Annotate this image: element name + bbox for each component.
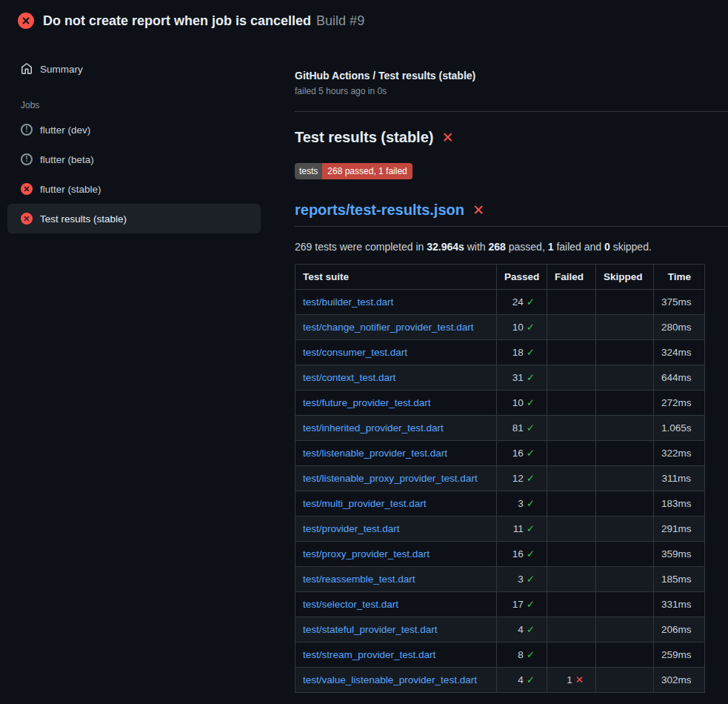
- check-icon: ✓: [527, 448, 535, 459]
- passed-cell: 3✓: [497, 567, 547, 592]
- passed-cell: 18✓: [497, 340, 547, 365]
- passed-cell: 31✓: [497, 365, 547, 391]
- passed-cell: 4✓: [497, 617, 547, 642]
- suite-cell: test/consumer_test.dart: [295, 340, 497, 365]
- suite-link[interactable]: test/listenable_proxy_provider_test.dart: [303, 473, 478, 484]
- home-icon: [21, 63, 33, 75]
- check-icon: ✓: [527, 548, 535, 559]
- table-row: test/stream_provider_test.dart 8✓ 259ms: [295, 642, 705, 668]
- time-value: 1.065s: [661, 422, 692, 434]
- skipped-cell: [596, 567, 654, 592]
- suite-link[interactable]: test/selector_test.dart: [303, 599, 398, 610]
- suite-link[interactable]: test/provider_test.dart: [303, 523, 400, 534]
- sidebar-item-flutter-stable[interactable]: flutter (stable): [7, 174, 261, 204]
- sidebar-item-summary[interactable]: Summary: [7, 54, 261, 84]
- suite-cell: test/context_test.dart: [295, 365, 497, 391]
- summary-text: skipped.: [610, 241, 652, 253]
- suite-link[interactable]: test/stream_provider_test.dart: [303, 649, 435, 660]
- suite-link[interactable]: test/consumer_test.dart: [303, 347, 407, 358]
- passed-cell: 16✓: [497, 441, 547, 466]
- suite-cell: test/inherited_provider_test.dart: [295, 416, 497, 441]
- results-table-body: test/builder_test.dart 24✓ 375ms test/ch…: [295, 290, 705, 693]
- time-cell: 183ms: [654, 491, 705, 517]
- table-row: test/multi_provider_test.dart 3✓ 183ms: [295, 491, 705, 517]
- suite-link[interactable]: test/value_listenable_provider_test.dart: [303, 674, 477, 685]
- suite-link[interactable]: test/listenable_provider_test.dart: [303, 448, 447, 459]
- failed-cell: [547, 491, 596, 517]
- results-table: Test suite Passed Failed Skipped Time te…: [295, 264, 705, 693]
- table-row: test/consumer_test.dart 18✓ 324ms: [295, 340, 705, 365]
- skipped-cell: [596, 290, 654, 315]
- main-content: GitHub Actions / Test results (stable) f…: [261, 41, 728, 693]
- skipped-cell: [596, 416, 654, 441]
- passed-count: 3: [518, 574, 524, 585]
- sidebar-item-test-results-stable[interactable]: Test results (stable): [7, 204, 261, 233]
- suite-cell: test/listenable_provider_test.dart: [295, 441, 497, 466]
- page-title: Do not create report when job is cancell…: [43, 13, 364, 29]
- time-cell: 322ms: [654, 441, 705, 466]
- summary-duration: 32.964s: [427, 241, 464, 253]
- passed-count: 24: [512, 296, 524, 308]
- passed-cell: 10✓: [497, 391, 547, 416]
- col-header-passed: Passed: [497, 265, 547, 290]
- time-value: 359ms: [661, 548, 692, 559]
- time-cell: 206ms: [654, 617, 705, 642]
- table-row: test/change_notifier_provider_test.dart …: [295, 315, 705, 340]
- passed-count: 16: [512, 448, 524, 459]
- summary-passed-count: 268: [489, 241, 506, 253]
- time-cell: 324ms: [654, 340, 705, 365]
- table-row: test/future_provider_test.dart 10✓ 272ms: [295, 391, 705, 416]
- suite-link[interactable]: test/proxy_provider_test.dart: [303, 548, 430, 559]
- suite-cell: test/listenable_proxy_provider_test.dart: [295, 466, 497, 491]
- table-row: test/listenable_proxy_provider_test.dart…: [295, 466, 705, 491]
- suite-link[interactable]: test/builder_test.dart: [303, 296, 393, 308]
- suite-link[interactable]: test/reassemble_test.dart: [303, 574, 415, 585]
- passed-count: 16: [512, 548, 524, 559]
- check-icon: ✓: [527, 347, 535, 358]
- summary-text: passed,: [506, 241, 548, 253]
- suite-link[interactable]: test/multi_provider_test.dart: [303, 498, 427, 509]
- jobs-section-label: Jobs: [21, 100, 261, 110]
- passed-count: 12: [512, 473, 524, 484]
- suite-link[interactable]: test/stateful_provider_test.dart: [303, 624, 438, 635]
- check-icon: ✓: [527, 574, 535, 585]
- suite-link[interactable]: test/change_notifier_provider_test.dart: [303, 322, 473, 333]
- section-title: Test results (stable) ✕: [295, 129, 728, 146]
- check-icon: ✓: [527, 322, 535, 333]
- suite-link[interactable]: test/future_provider_test.dart: [303, 397, 431, 408]
- passed-count: 10: [512, 322, 524, 333]
- table-row: test/proxy_provider_test.dart 16✓ 359ms: [295, 542, 705, 567]
- failed-cell: [547, 340, 596, 365]
- table-row: test/value_listenable_provider_test.dart…: [295, 668, 705, 693]
- failed-cell: [547, 290, 596, 315]
- passed-count: 17: [512, 599, 524, 610]
- suite-cell: test/stateful_provider_test.dart: [295, 617, 497, 642]
- time-value: 311ms: [661, 473, 691, 484]
- skipped-cell: [596, 668, 654, 693]
- passed-count: 81: [512, 422, 524, 434]
- skipped-cell: [596, 391, 654, 416]
- breadcrumb: GitHub Actions / Test results (stable): [295, 70, 728, 82]
- skipped-cell: [596, 441, 654, 466]
- report-file-link[interactable]: reports/test-results.json: [295, 202, 464, 219]
- passed-cell: 11✓: [497, 517, 547, 542]
- suite-link[interactable]: test/inherited_provider_test.dart: [303, 422, 444, 434]
- run-title: Do not create report when job is cancell…: [43, 13, 311, 28]
- skipped-cell: [596, 340, 654, 365]
- suite-link[interactable]: test/context_test.dart: [303, 372, 395, 383]
- summary-failed-count: 1: [548, 241, 554, 253]
- cancelled-icon: !: [21, 124, 33, 136]
- summary-text: 269 tests were completed in: [295, 241, 427, 253]
- sidebar-item-flutter-dev[interactable]: ! flutter (dev): [7, 115, 261, 145]
- suite-cell: test/selector_test.dart: [295, 592, 497, 617]
- passed-count: 4: [518, 674, 524, 685]
- time-cell: 311ms: [654, 466, 705, 491]
- col-header-failed: Failed: [547, 265, 596, 290]
- passed-count: 8: [518, 649, 524, 660]
- failed-cell: [547, 315, 596, 340]
- time-cell: 331ms: [654, 592, 705, 617]
- table-row: test/builder_test.dart 24✓ 375ms: [295, 290, 705, 315]
- sidebar-item-flutter-beta[interactable]: ! flutter (beta): [7, 145, 261, 174]
- report-file-heading: reports/test-results.json ✕: [295, 202, 728, 227]
- failed-status-icon: [21, 183, 33, 195]
